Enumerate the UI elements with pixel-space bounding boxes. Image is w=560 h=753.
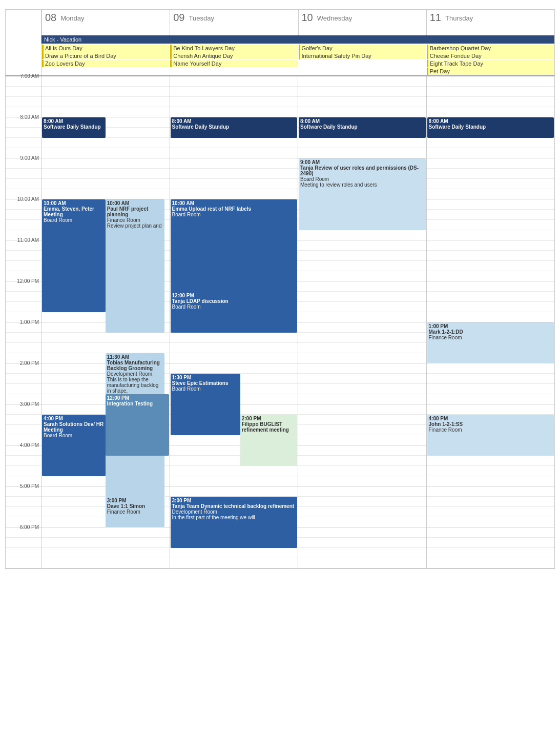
day-col-thursday: 8:00 AMSoftware Daily Standup1:00 PMMark… — [426, 76, 555, 568]
event-block-emma-mon[interactable]: 10:00 AMEmma, Steven, Peter MeetingBoard… — [42, 199, 106, 312]
day-col-tuesday: 8:00 AMSoftware Daily Standup10:00 AMEmm… — [170, 76, 298, 568]
holiday-cell — [170, 68, 298, 75]
event-block-tanja-review-wed[interactable]: 9:00 AMTanja Review of user roles and pe… — [299, 158, 426, 230]
time-label — [6, 384, 41, 394]
time-label: 6:00 PM — [6, 527, 41, 538]
event-block-mark-thu[interactable]: 1:00 PMMark 1-2-1:DDFinance Room — [427, 322, 554, 363]
time-label — [6, 261, 41, 271]
time-label — [6, 497, 41, 507]
event-block-integration-mon[interactable]: 12:00 PMIntegration Testing — [106, 394, 169, 456]
all-day-label — [6, 35, 42, 75]
day-columns: 8:00 AMSoftware Daily Standup10:00 AMEmm… — [42, 76, 554, 568]
event-block-ldap-tue[interactable]: 12:00 PMTanja LDAP discussionBoard Room — [171, 292, 298, 333]
time-label — [6, 538, 41, 548]
day-col-monday: 8:00 AMSoftware Daily Standup10:00 AMEmm… — [42, 76, 170, 568]
time-label — [6, 220, 41, 230]
time-label — [6, 343, 41, 353]
event-block-standup-wed[interactable]: 8:00 AMSoftware Daily Standup — [299, 117, 426, 138]
holiday-cell: All is Ours Day — [42, 45, 170, 52]
holiday-cell: Zoo Lovers Day — [42, 60, 170, 67]
time-label — [6, 415, 41, 425]
time-label — [6, 456, 41, 466]
time-label — [6, 292, 41, 302]
time-label — [6, 548, 41, 558]
event-block-filippo-tue[interactable]: 2:00 PMFilippo BUGLIST refinement meetin… — [240, 415, 297, 466]
day-header-monday: 08Monday — [42, 10, 170, 35]
nick-vacation-bar: Nick - Vacation — [42, 35, 554, 44]
time-label — [6, 425, 41, 435]
time-label: 12:00 PM — [6, 281, 41, 292]
holiday-cell: Draw a Picture of a Bird Day — [42, 52, 170, 59]
holiday-cell: Golfer's Day — [298, 45, 426, 52]
event-block-steve-tue[interactable]: 1:30 PMSteve Epic EstimationsBoard Room — [171, 374, 240, 435]
event-block-emma-upload-tue[interactable]: 10:00 AMEmma Upload rest of NRF labelsBo… — [171, 199, 298, 302]
time-label — [6, 374, 41, 384]
event-block-standup-thu[interactable]: 8:00 AMSoftware Daily Standup — [427, 117, 554, 138]
time-label: 1:00 PM — [6, 322, 41, 333]
holiday-cell: Cherish An Antique Day — [170, 52, 298, 59]
holiday-cell — [298, 60, 426, 67]
time-labels: 7:00 AM8:00 AM9:00 AM10:00 AM11:00 AM12:… — [6, 76, 42, 568]
all-day-content: Nick - Vacation All is Ours DayBe Kind T… — [42, 35, 554, 75]
day-header-tuesday: 09Tuesday — [170, 10, 298, 35]
holiday-cell — [42, 68, 170, 75]
holiday-cell: Barbershop Quartet Day — [426, 45, 554, 52]
day-header-thursday: 11Thursday — [426, 10, 554, 35]
all-day-section: Nick - Vacation All is Ours DayBe Kind T… — [5, 35, 555, 76]
day-headers: 08Monday09Tuesday10Wednesday11Thursday — [42, 10, 554, 35]
time-label — [6, 179, 41, 189]
holiday-rows: All is Ours DayBe Kind To Lawyers DayGol… — [42, 45, 554, 75]
time-label — [6, 138, 41, 148]
holiday-cell: Be Kind To Lawyers Day — [170, 45, 298, 52]
time-label — [6, 210, 41, 220]
event-block-sarah-mon[interactable]: 4:00 PMSarah Solutions Dev/ HR MeetingBo… — [42, 415, 106, 476]
time-label — [6, 333, 41, 343]
time-label: 3:00 PM — [6, 404, 41, 415]
event-block-john-thu[interactable]: 4:00 PMJohn 1-2-1:SSFinance Room — [427, 415, 554, 456]
event-block-paul-nrf-mon[interactable]: 10:00 AMPaul NRF project planningFinance… — [106, 199, 164, 333]
time-label — [6, 87, 41, 97]
holiday-cell — [298, 68, 426, 75]
time-label — [6, 128, 41, 138]
time-label: 9:00 AM — [6, 158, 41, 169]
time-label: 4:00 PM — [6, 445, 41, 456]
time-label: 11:00 AM — [6, 240, 41, 251]
calendar-page: 08Monday09Tuesday10Wednesday11Thursday N… — [0, 0, 560, 753]
event-block-dave-mon[interactable]: 3:00 PMDave 1:1 SimonFinance Room — [106, 497, 164, 527]
header-row: 08Monday09Tuesday10Wednesday11Thursday — [5, 9, 555, 35]
time-label — [6, 466, 41, 476]
event-block-standup-mon[interactable]: 8:00 AMSoftware Daily Standup — [42, 117, 106, 138]
event-block-tanja-team-tue[interactable]: 3:00 PMTanja Team Dynamic technical back… — [171, 497, 298, 548]
time-header-spacer — [6, 10, 42, 35]
time-label: 5:00 PM — [6, 486, 41, 497]
time-label — [6, 97, 41, 107]
holiday-cell: Eight Track Tape Day — [426, 60, 554, 67]
holiday-cell: Cheese Fondue Day — [426, 52, 554, 59]
holiday-cell: Pet Day — [426, 68, 554, 75]
time-label — [6, 507, 41, 517]
time-grid: 7:00 AM8:00 AM9:00 AM10:00 AM11:00 AM12:… — [5, 76, 555, 569]
event-block-standup-tue[interactable]: 8:00 AMSoftware Daily Standup — [171, 117, 298, 138]
holiday-cell: Name Yourself Day — [170, 60, 298, 67]
time-label: 10:00 AM — [6, 199, 41, 210]
time-label — [6, 302, 41, 312]
time-label: 7:00 AM — [6, 76, 41, 87]
time-label: 8:00 AM — [6, 117, 41, 128]
day-header-wednesday: 10Wednesday — [298, 10, 426, 35]
time-label: 2:00 PM — [6, 363, 41, 374]
day-col-wednesday: 8:00 AMSoftware Daily Standup9:00 AMTanj… — [298, 76, 426, 568]
time-label — [6, 251, 41, 261]
holiday-cell: International Safety Pin Day — [298, 52, 426, 59]
time-label — [6, 558, 41, 568]
time-label — [6, 169, 41, 179]
